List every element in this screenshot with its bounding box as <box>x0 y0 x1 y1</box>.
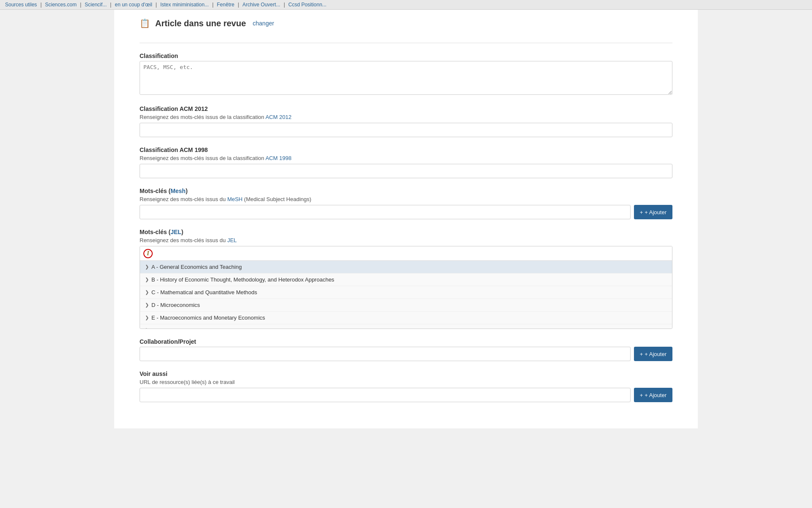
jel-chevron-b: ❯ <box>145 277 149 282</box>
topbar-link-4[interactable]: en un coup d'œil <box>115 2 152 8</box>
mesh-desc: Renseignez des mots-clés issus du MeSH (… <box>140 196 672 202</box>
voir-aussi-input[interactable] <box>140 388 631 402</box>
voir-aussi-desc: URL de ressource(s) liée(s) à ce travail <box>140 379 672 385</box>
jel-item-c-label: C - Mathematical and Quantitative Method… <box>151 289 257 295</box>
classification-textarea[interactable] <box>140 61 672 95</box>
change-link[interactable]: changer <box>253 20 274 27</box>
mesh-add-button[interactable]: + + Ajouter <box>634 205 672 219</box>
mesh-input[interactable] <box>140 205 631 219</box>
voir-aussi-add-plus: + <box>640 392 643 398</box>
jel-item-f-label: F - International Economics <box>151 327 218 329</box>
jel-item-b[interactable]: ❯ B - History of Economic Thought, Metho… <box>140 273 672 286</box>
jel-link[interactable]: JEL <box>170 229 181 235</box>
jel-cursor-circle: I <box>143 249 153 258</box>
jel-chevron-e: ❯ <box>145 315 149 320</box>
section-mesh: Mots-clés (Mesh) Renseignez des mots-clé… <box>140 188 672 219</box>
acm1998-link[interactable]: ACM 1998 <box>266 155 291 161</box>
page-title: Article dans une revue <box>155 19 246 28</box>
voir-aussi-add-button[interactable]: + + Ajouter <box>634 388 672 402</box>
acm2012-label: Classification ACM 2012 <box>140 105 672 112</box>
jel-item-d-label: D - Microeconomics <box>151 302 200 308</box>
section-acm2012: Classification ACM 2012 Renseignez des m… <box>140 105 672 137</box>
jel-item-f[interactable]: ❯ F - International Economics <box>140 324 672 329</box>
jel-item-b-label: B - History of Economic Thought, Methodo… <box>151 276 334 283</box>
mesh-link[interactable]: Mesh <box>170 188 186 194</box>
mesh-add-label: + Ajouter <box>645 209 667 215</box>
section-collaboration: Collaboration/Projet + + Ajouter <box>140 338 672 361</box>
collaboration-add-plus: + <box>640 351 643 357</box>
page-header: 📋 Article dans une revue changer <box>140 18 672 33</box>
jel-search-wrapper: I <box>140 246 672 261</box>
section-classification: Classification <box>140 52 672 96</box>
topbar-link-3[interactable]: Sciencif... <box>85 2 107 8</box>
acm2012-link[interactable]: ACM 2012 <box>266 114 291 120</box>
topbar-link-1[interactable]: Sources utiles <box>5 2 37 8</box>
jel-search-input[interactable] <box>140 246 672 261</box>
collaboration-input[interactable] <box>140 347 631 361</box>
mesh-input-row: + + Ajouter <box>140 205 672 219</box>
topbar-link-5[interactable]: Istex miniminisation... <box>160 2 209 8</box>
acm2012-input[interactable] <box>140 123 672 137</box>
cursor-icon: I <box>147 250 149 257</box>
jel-item-a[interactable]: ❯ A - General Economics and Teaching <box>140 261 672 273</box>
section-voir-aussi: Voir aussi URL de ressource(s) liée(s) à… <box>140 370 672 402</box>
jel-list: ❯ A - General Economics and Teaching ❯ B… <box>140 261 672 329</box>
topbar-link-7[interactable]: Archive Ouvert... <box>242 2 280 8</box>
jel-chevron-f: ❯ <box>145 328 149 329</box>
topbar-link-2[interactable]: Sciences.com <box>45 2 77 8</box>
topbar-link-6[interactable]: Fenêtre <box>217 2 234 8</box>
acm1998-label: Classification ACM 1998 <box>140 146 672 153</box>
divider-top <box>140 43 672 43</box>
voir-aussi-input-row: + + Ajouter <box>140 388 672 402</box>
jel-chevron-d: ❯ <box>145 302 149 308</box>
section-acm1998: Classification ACM 1998 Renseignez des m… <box>140 146 672 178</box>
collaboration-add-button[interactable]: + + Ajouter <box>634 347 672 361</box>
jel-desc: Renseignez des mots-clés issus du JEL <box>140 237 672 243</box>
jel-dropdown: I ❯ A - General Economics and Teaching ❯… <box>140 246 672 329</box>
mesh-add-plus: + <box>640 209 643 215</box>
jel-desc-link[interactable]: JEL <box>227 237 236 243</box>
section-jel: Mots-clés (JEL) Renseignez des mots-clés… <box>140 229 672 329</box>
acm1998-input[interactable] <box>140 164 672 178</box>
jel-item-d[interactable]: ❯ D - Microeconomics <box>140 299 672 312</box>
jel-item-a-label: A - General Economics and Teaching <box>151 264 242 270</box>
jel-item-c[interactable]: ❯ C - Mathematical and Quantitative Meth… <box>140 286 672 299</box>
voir-aussi-label: Voir aussi <box>140 370 672 377</box>
mesh-desc-link[interactable]: MeSH <box>227 196 242 202</box>
jel-item-e[interactable]: ❯ E - Macroeconomics and Monetary Econom… <box>140 312 672 324</box>
top-bar: Sources utiles | Sciences.com | Sciencif… <box>0 0 812 10</box>
jel-item-e-label: E - Macroeconomics and Monetary Economic… <box>151 315 265 321</box>
voir-aussi-add-label: + Ajouter <box>645 392 667 398</box>
jel-label: Mots-clés (JEL) <box>140 229 672 235</box>
acm2012-desc: Renseignez des mots-clés issus de la cla… <box>140 114 672 120</box>
article-icon: 📋 <box>140 18 150 28</box>
classification-label: Classification <box>140 52 672 59</box>
jel-chevron-a: ❯ <box>145 264 149 270</box>
mesh-label: Mots-clés (Mesh) <box>140 188 672 194</box>
collaboration-add-label: + Ajouter <box>645 351 667 357</box>
page-container: 📋 Article dans une revue changer Classif… <box>114 10 698 428</box>
collaboration-input-row: + + Ajouter <box>140 347 672 361</box>
jel-chevron-c: ❯ <box>145 290 149 295</box>
acm1998-desc: Renseignez des mots-clés issus de la cla… <box>140 155 672 161</box>
collaboration-label: Collaboration/Projet <box>140 338 672 345</box>
topbar-link-8[interactable]: Ccsd Positionn... <box>288 2 326 8</box>
